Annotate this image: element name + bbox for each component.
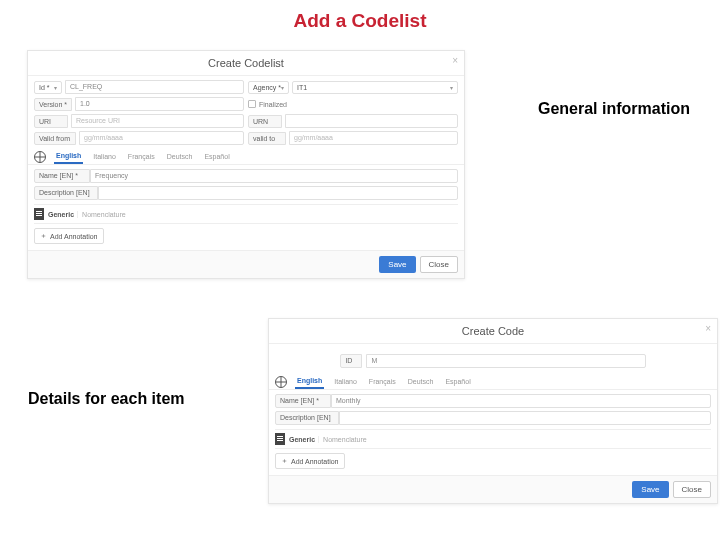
- id-input[interactable]: M: [366, 354, 645, 368]
- valid-to-label: valid to: [248, 132, 286, 145]
- description-label: Description [EN]: [275, 411, 339, 425]
- description-input[interactable]: [98, 186, 458, 200]
- dialog-body: ID M English Italiano Français Deutsch E…: [269, 344, 717, 475]
- document-icon: [34, 208, 44, 220]
- create-code-dialog: Create Code × ID M English Italiano Fran…: [268, 318, 718, 504]
- name-label: Name [EN] *: [275, 394, 331, 408]
- uri-input[interactable]: Resource URI: [71, 114, 244, 128]
- close-button[interactable]: Close: [673, 481, 711, 498]
- agency-dropdown-label[interactable]: Agency * ▾: [248, 81, 289, 94]
- lang-tab-de[interactable]: Deutsch: [406, 375, 436, 388]
- close-icon[interactable]: ×: [452, 55, 458, 66]
- dialog-title-text: Create Codelist: [208, 57, 284, 69]
- language-tabs: English Italiano Français Deutsch Españo…: [269, 374, 717, 390]
- lang-tab-it[interactable]: Italiano: [91, 150, 118, 163]
- name-input[interactable]: Monthly: [331, 394, 711, 408]
- create-codelist-dialog: Create Codelist × Id * ▾ CL_FREQ Agency …: [27, 50, 465, 279]
- lang-tab-es[interactable]: Español: [443, 375, 472, 388]
- name-label: Name [EN] *: [34, 169, 90, 183]
- dialog-footer: Save Close: [269, 475, 717, 503]
- save-button[interactable]: Save: [379, 256, 415, 273]
- dialog-title-text: Create Code: [462, 325, 524, 337]
- checkbox-icon: [248, 100, 256, 108]
- lang-tab-it[interactable]: Italiano: [332, 375, 359, 388]
- globe-icon: [275, 376, 287, 388]
- valid-from-label: Valid from: [34, 132, 76, 145]
- finalized-label: Finalized: [259, 101, 287, 108]
- generic-label: Generic: [48, 211, 78, 218]
- urn-label: URN: [248, 115, 282, 128]
- finalized-checkbox[interactable]: Finalized: [248, 100, 287, 108]
- generic-value: Nomenclature: [82, 211, 126, 218]
- version-input[interactable]: 1.0: [75, 97, 244, 111]
- add-annotation-label: Add Annotation: [291, 458, 339, 465]
- lang-tab-fr[interactable]: Français: [367, 375, 398, 388]
- lang-tab-en[interactable]: English: [54, 149, 83, 164]
- lang-tab-de[interactable]: Deutsch: [165, 150, 195, 163]
- description-input[interactable]: [339, 411, 711, 425]
- close-icon[interactable]: ×: [705, 323, 711, 334]
- add-annotation-button[interactable]: ＋ Add Annotation: [275, 453, 345, 469]
- chevron-down-icon: ▾: [54, 84, 57, 91]
- plus-icon: ＋: [281, 456, 288, 466]
- add-annotation-label: Add Annotation: [50, 233, 98, 240]
- page-title: Add a Codelist: [0, 0, 720, 38]
- generic-row: Generic Nomenclature: [34, 204, 458, 224]
- language-tabs: English Italiano Français Deutsch Españo…: [28, 149, 464, 165]
- generic-value: Nomenclature: [323, 436, 367, 443]
- generic-row: Generic Nomenclature: [275, 429, 711, 449]
- lang-tab-fr[interactable]: Français: [126, 150, 157, 163]
- valid-from-input[interactable]: gg/mm/aaaa: [79, 131, 244, 145]
- add-annotation-button[interactable]: ＋ Add Annotation: [34, 228, 104, 244]
- description-label: Description [EN]: [34, 186, 98, 200]
- globe-icon: [34, 151, 46, 163]
- dialog-footer: Save Close: [28, 250, 464, 278]
- lang-tab-es[interactable]: Español: [202, 150, 231, 163]
- uri-label: URI: [34, 115, 68, 128]
- agency-select[interactable]: IT1 ▾: [292, 81, 458, 94]
- agency-value: IT1: [297, 84, 307, 91]
- agency-label: Agency *: [253, 84, 281, 91]
- id-input[interactable]: CL_FREQ: [65, 80, 244, 94]
- save-button[interactable]: Save: [632, 481, 668, 498]
- version-label: Version *: [34, 98, 72, 111]
- dialog-title: Create Code ×: [269, 319, 717, 344]
- valid-to-input[interactable]: gg/mm/aaaa: [289, 131, 458, 145]
- chevron-down-icon: ▾: [281, 84, 284, 91]
- id-label: Id *: [39, 84, 50, 91]
- dialog-body: Id * ▾ CL_FREQ Agency * ▾ IT1 ▾ Version …: [28, 76, 464, 250]
- document-icon: [275, 433, 285, 445]
- plus-icon: ＋: [40, 231, 47, 241]
- id-dropdown[interactable]: Id * ▾: [34, 81, 62, 94]
- urn-input[interactable]: [285, 114, 458, 128]
- callout-details: Details for each item: [28, 390, 185, 408]
- lang-tab-en[interactable]: English: [295, 374, 324, 389]
- name-input[interactable]: Frequency: [90, 169, 458, 183]
- callout-general-info: General information: [538, 100, 690, 118]
- close-button[interactable]: Close: [420, 256, 458, 273]
- chevron-down-icon: ▾: [450, 84, 453, 91]
- generic-label: Generic: [289, 436, 319, 443]
- id-label: ID: [340, 354, 362, 368]
- dialog-title: Create Codelist ×: [28, 51, 464, 76]
